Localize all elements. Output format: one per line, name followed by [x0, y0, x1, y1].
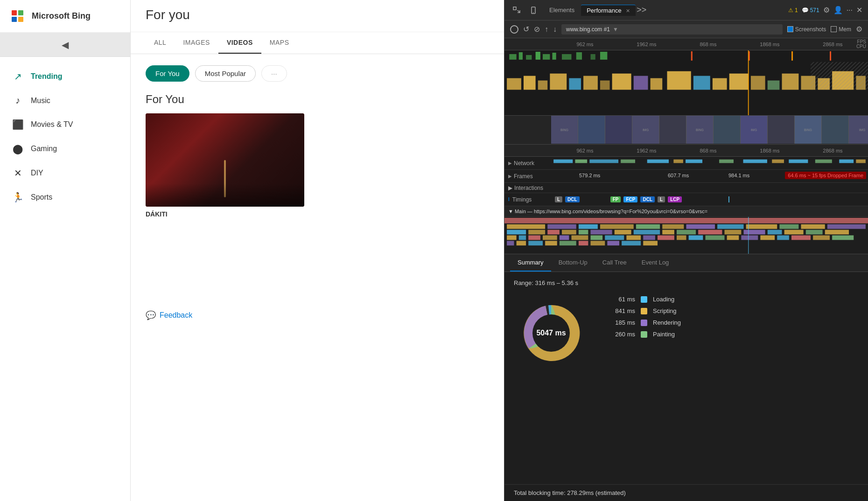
upload-btn[interactable]: ↑ — [545, 25, 548, 34]
sidebar-toggle[interactable]: ◀ — [0, 33, 130, 57]
sidebar: Microsoft Bing ◀ ↗ Trending ♪ Music ⬛ Mo… — [0, 0, 131, 501]
devtools-close-btn[interactable]: ✕ — [856, 6, 862, 14]
tab-summary[interactable]: Summary — [510, 254, 551, 271]
svg-rect-102 — [760, 236, 775, 240]
svg-rect-70 — [528, 230, 545, 235]
sidebar-item-diy[interactable]: ✕ DIY — [0, 161, 130, 185]
sports-icon: 🏃 — [11, 192, 24, 203]
svg-rect-28 — [651, 78, 663, 90]
svg-rect-17 — [830, 51, 831, 61]
interactions-track: ▶ Interactions — [504, 183, 868, 193]
refresh-btn[interactable]: ↺ — [523, 25, 529, 34]
screenshot-frame-2 — [578, 116, 605, 144]
sidebar-item-trending[interactable]: ↗ Trending — [0, 64, 130, 89]
svg-rect-74 — [591, 230, 612, 235]
timeline-ruler-2: 962 ms 1962 ms 868 ms 1868 ms 2868 ms — [504, 145, 868, 157]
tab-images[interactable]: IMAGES — [175, 32, 218, 54]
sidebar-item-music[interactable]: ♪ Music — [0, 89, 130, 112]
logo-squares — [12, 10, 24, 22]
svg-rect-62 — [662, 224, 684, 229]
interactions-label[interactable]: ▶ Interactions — [504, 185, 551, 191]
dt-tab-performance[interactable]: Performance ✕ — [581, 5, 636, 16]
network-label[interactable]: ▶ Network — [504, 160, 551, 167]
svg-rect-88 — [528, 236, 540, 240]
feedback-button[interactable]: 💬 Feedback — [146, 310, 192, 320]
svg-rect-101 — [741, 236, 758, 240]
devtools-more-btn[interactable]: ··· — [847, 6, 853, 14]
mobile-view-btn[interactable] — [527, 4, 540, 17]
tab-maps[interactable]: MAPS — [261, 32, 298, 54]
screenshot-frame-11 — [822, 116, 849, 144]
tab-all[interactable]: ALL — [146, 32, 175, 54]
screenshots-checkbox[interactable] — [787, 26, 793, 32]
svg-rect-54 — [839, 160, 854, 163]
capture-settings-btn[interactable]: ⚙ — [856, 25, 862, 34]
svg-rect-25 — [600, 81, 610, 90]
screenshot-frame-10: BING — [795, 116, 822, 144]
tab-videos[interactable]: VIDEOS — [218, 32, 261, 54]
download-btn[interactable]: ↓ — [553, 25, 557, 34]
pill-for-you[interactable]: For You — [146, 65, 189, 82]
svg-rect-50 — [743, 160, 767, 163]
dt-info-badge[interactable]: 💬 571 — [802, 7, 819, 14]
record-btn[interactable] — [510, 25, 518, 34]
ruler-962: 962 ms — [576, 148, 593, 153]
devtools-settings-btn[interactable]: ⚙ — [823, 6, 830, 14]
stop-btn[interactable]: ⊘ — [534, 25, 540, 34]
svg-rect-61 — [636, 224, 660, 229]
perf-graph[interactable] — [504, 50, 868, 116]
svg-rect-98 — [689, 236, 703, 240]
pill-most-popular[interactable]: Most Popular — [195, 65, 256, 82]
marker-868: 868 ms — [700, 42, 716, 47]
network-text: Network — [514, 160, 534, 167]
svg-rect-100 — [727, 236, 739, 240]
url-dropdown-icon[interactable]: ▼ — [613, 26, 618, 33]
network-bars-svg — [551, 157, 868, 169]
svg-rect-92 — [591, 236, 603, 240]
frames-track-content: 579.2 ms 607.7 ms 984.1 ms 64.6 ms ~ 15 … — [551, 170, 868, 182]
timings-indicator: I — [508, 197, 510, 202]
devtools-profile-btn[interactable]: 👤 — [833, 6, 843, 14]
pill-more[interactable]: ··· — [261, 65, 287, 82]
memory-toggle[interactable]: Mem — [831, 26, 851, 33]
stat-rendering: 185 ms Rendering — [607, 319, 859, 326]
range-text: Range: 316 ms – 5.36 s — [514, 279, 859, 286]
dt-tab-elements[interactable]: Elements — [544, 5, 580, 15]
devtools-topbar: Elements Performance ✕ >> ⚠ 1 💬 571 ⚙ 👤 … — [504, 0, 868, 21]
logo-sq-red — [12, 10, 17, 15]
screenshots-toggle[interactable]: Screenshots — [787, 26, 826, 33]
ruler-868: 868 ms — [700, 148, 716, 153]
dcl-badge2: DCL — [640, 196, 655, 202]
screenshot-frame-6: BING — [686, 116, 714, 144]
svg-rect-83 — [784, 230, 804, 235]
gaming-icon: ⬤ — [11, 143, 24, 154]
svg-rect-45 — [621, 160, 635, 163]
tab-bottom-up[interactable]: Bottom-Up — [551, 254, 595, 271]
frames-label[interactable]: ▶ Frames — [504, 173, 551, 180]
tab-call-tree[interactable]: Call Tree — [595, 254, 634, 271]
close-performance-tab[interactable]: ✕ — [626, 8, 630, 14]
sidebar-item-gaming[interactable]: ⬤ Gaming — [0, 137, 130, 161]
dt-more-tabs[interactable]: >> — [637, 5, 646, 15]
flame-chart[interactable] — [504, 217, 868, 254]
stat-painting-value: 260 ms — [607, 331, 635, 338]
svg-rect-90 — [560, 236, 569, 240]
element-picker-btn[interactable] — [510, 4, 523, 17]
tab-event-log[interactable]: Event Log — [634, 254, 677, 271]
svg-rect-80 — [725, 230, 742, 235]
info-bubble-icon: 💬 — [802, 7, 809, 14]
svg-rect-53 — [815, 160, 832, 163]
marker-1962: 1962 ms — [637, 42, 656, 47]
marker-2868: 2868 ms — [823, 42, 842, 47]
track-spacer — [504, 116, 551, 144]
svg-rect-40 — [811, 62, 868, 90]
svg-rect-0 — [513, 7, 516, 10]
video-thumbnail[interactable] — [146, 113, 304, 207]
feedback-label: Feedback — [160, 311, 192, 320]
sidebar-item-movies-tv[interactable]: ⬛ Movies & TV — [0, 112, 130, 137]
memory-checkbox[interactable] — [831, 26, 837, 32]
interactions-text: Interactions — [514, 185, 543, 191]
sidebar-item-sports[interactable]: 🏃 Sports — [0, 185, 130, 209]
movies-icon: ⬛ — [11, 119, 24, 130]
dt-warning-badge[interactable]: ⚠ 1 — [788, 7, 798, 14]
